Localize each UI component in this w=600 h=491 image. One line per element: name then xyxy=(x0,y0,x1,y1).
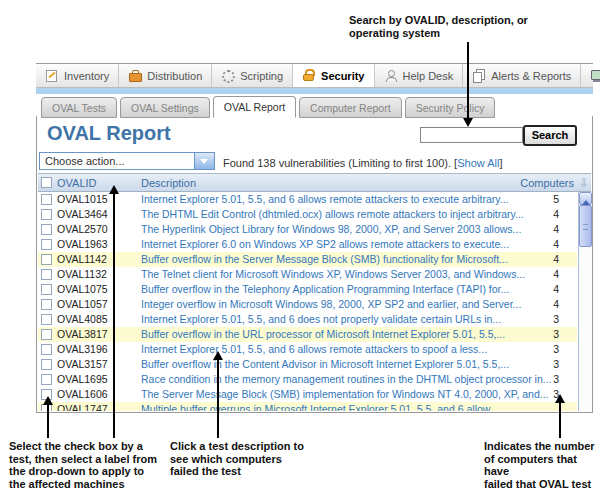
row-checkbox[interactable] xyxy=(41,254,52,265)
column-header-computers[interactable]: Computers xyxy=(520,177,574,189)
computers-count: 3 xyxy=(553,387,559,402)
nav-item-label: Help Desk xyxy=(403,70,454,82)
column-header-description[interactable]: Description xyxy=(141,177,196,189)
row-checkbox[interactable] xyxy=(41,194,52,205)
row-checkbox[interactable] xyxy=(41,359,52,370)
table-header: OVALID Description Computers ⇩ xyxy=(38,173,591,192)
description-link[interactable]: The Hyperlink Object Library for Windows… xyxy=(141,222,521,237)
choose-action-dropdown[interactable]: Choose action... xyxy=(39,152,215,170)
tab-oval-tests[interactable]: OVAL Tests xyxy=(41,97,117,118)
found-text: Found 138 vulnerabilities (Limiting to f… xyxy=(223,157,457,169)
table-row: OVAL1142Buffer overflow in the Server Me… xyxy=(38,252,577,267)
nav-item-label: Inventory xyxy=(64,70,109,82)
ovalid-cell: OVAL1695 xyxy=(57,372,108,387)
table-row: OVAL2570The Hyperlink Object Library for… xyxy=(38,222,577,237)
distribution-icon xyxy=(128,69,142,82)
table-row: OVAL1695Race condition in the memory man… xyxy=(38,372,577,387)
description-link[interactable]: The Server Message Block (SMB) implement… xyxy=(141,387,549,402)
scroll-up-icon[interactable] xyxy=(579,192,592,205)
ovalid-cell: OVAL1747 xyxy=(57,402,108,411)
select-all-checkbox[interactable] xyxy=(41,177,52,188)
row-checkbox[interactable] xyxy=(41,344,52,355)
ovalid-cell: OVAL1015 xyxy=(57,192,108,207)
row-checkbox[interactable] xyxy=(41,299,52,310)
chevron-down-icon[interactable] xyxy=(194,153,214,169)
description-link[interactable]: Internet Explorer 5.01, 5.5, and 6 allow… xyxy=(141,192,509,207)
search-button[interactable]: Search xyxy=(523,125,577,146)
kbox-icon xyxy=(590,69,600,82)
table-row: OVAL1606The Server Message Block (SMB) i… xyxy=(38,387,577,402)
computers-count: 3 xyxy=(553,342,559,357)
ovalid-cell: OVAL3464 xyxy=(57,207,108,222)
page-title: OVAL Report xyxy=(47,122,171,145)
computers-count: 3 xyxy=(553,372,559,387)
description-link[interactable]: Buffer overflow in the Content Advisor i… xyxy=(141,357,509,372)
tab-security-policy[interactable]: Security Policy xyxy=(405,97,496,118)
tab-oval-report[interactable]: OVAL Report xyxy=(213,96,296,118)
inventory-icon xyxy=(45,69,59,82)
annotation-description: Click a test description to see which co… xyxy=(170,440,304,478)
description-link[interactable]: Multiple buffer overruns in Microsoft In… xyxy=(141,402,499,411)
computers-count: 4 xyxy=(553,252,559,267)
ovalid-cell: OVAL1963 xyxy=(57,237,108,252)
description-link[interactable]: Buffer overflow in the Telephony Applica… xyxy=(141,282,509,297)
sort-descending-icon[interactable]: ⇩ xyxy=(579,176,589,190)
scrollbar[interactable] xyxy=(578,192,591,411)
computers-count: 4 xyxy=(553,297,559,312)
nav-item-inventory[interactable]: Inventory xyxy=(36,64,119,87)
ovalid-cell: OVAL1132 xyxy=(57,267,107,282)
annotation-search: Search by OVALID, description, or operat… xyxy=(349,14,528,39)
row-checkbox[interactable] xyxy=(41,404,52,411)
column-header-ovalid[interactable]: OVALID xyxy=(57,177,97,189)
nav-item-kbox-settings[interactable]: KBOX Settings xyxy=(581,64,600,87)
computers-count: 4 xyxy=(553,237,559,252)
row-checkbox[interactable] xyxy=(41,284,52,295)
ovalid-cell: OVAL2570 xyxy=(57,222,108,237)
found-text-suffix: ] xyxy=(499,157,502,169)
description-link[interactable]: Internet Explorer 5.01, 5.5, and 6 does … xyxy=(141,312,501,327)
description-link[interactable]: Race condition in the memory management … xyxy=(141,372,551,387)
description-link[interactable]: The DHTML Edit Control (dhtmled.ocx) all… xyxy=(141,207,524,222)
nav-item-help-desk[interactable]: Help Desk xyxy=(375,64,464,87)
computers-count: 3 xyxy=(553,312,559,327)
show-all-link[interactable]: Show All xyxy=(457,157,499,169)
row-checkbox[interactable] xyxy=(41,374,52,385)
row-checkbox[interactable] xyxy=(41,269,52,280)
row-checkbox[interactable] xyxy=(41,329,52,340)
description-link[interactable]: The Telnet client for Microsoft Windows … xyxy=(141,267,525,282)
vulnerability-table-body: OVAL1015Internet Explorer 5.01, 5.5, and… xyxy=(38,192,577,411)
description-link[interactable]: Internet Explorer 6.0 on Windows XP SP2 … xyxy=(141,237,509,252)
computers-count: 5 xyxy=(553,192,559,207)
annotation-computer-count: Indicates the number of computers that h… xyxy=(484,440,600,490)
computers-count: 4 xyxy=(553,267,559,282)
description-link[interactable]: Buffer overflow in the Server Message Bl… xyxy=(141,252,508,267)
nav-item-security[interactable]: Security xyxy=(293,64,374,87)
ovalid-cell: OVAL1075 xyxy=(57,282,108,297)
nav-item-label: Scripting xyxy=(240,70,283,82)
tab-computer-report[interactable]: Computer Report xyxy=(299,97,402,118)
table-row: OVAL4085Internet Explorer 5.01, 5.5, and… xyxy=(38,312,577,327)
scrollbar-thumb[interactable] xyxy=(579,205,592,247)
description-link[interactable]: Buffer overflow in the URL processor of … xyxy=(141,327,505,342)
description-link[interactable]: Integer overflow in Microsoft Windows 98… xyxy=(141,297,521,312)
nav-item-label: Alerts & Reports xyxy=(491,70,571,82)
nav-item-scripting[interactable]: Scripting xyxy=(212,64,293,87)
row-checkbox[interactable] xyxy=(41,224,52,235)
description-link[interactable]: Internet Explorer 5.01, 5.5, and 6 allow… xyxy=(141,342,487,357)
row-checkbox[interactable] xyxy=(41,239,52,250)
row-checkbox[interactable] xyxy=(41,389,52,400)
table-row: OVAL1057Integer overflow in Microsoft Wi… xyxy=(38,297,577,312)
nav-item-alerts-reports[interactable]: Alerts & Reports xyxy=(463,64,581,87)
row-checkbox[interactable] xyxy=(41,209,52,220)
sub-tabs: OVAL TestsOVAL SettingsOVAL ReportComput… xyxy=(36,94,593,116)
tab-oval-settings[interactable]: OVAL Settings xyxy=(120,97,210,118)
search-input[interactable] xyxy=(420,127,523,143)
choose-action-label: Choose action... xyxy=(45,155,125,167)
security-icon xyxy=(302,69,316,82)
table-row: OVAL1132The Telnet client for Microsoft … xyxy=(38,267,577,282)
result-count-text: Found 138 vulnerabilities (Limiting to f… xyxy=(223,157,502,169)
table-row: OVAL3817Buffer overflow in the URL proce… xyxy=(38,327,577,342)
computers-count: 4 xyxy=(553,207,559,222)
nav-item-distribution[interactable]: Distribution xyxy=(119,64,212,87)
row-checkbox[interactable] xyxy=(41,314,52,325)
